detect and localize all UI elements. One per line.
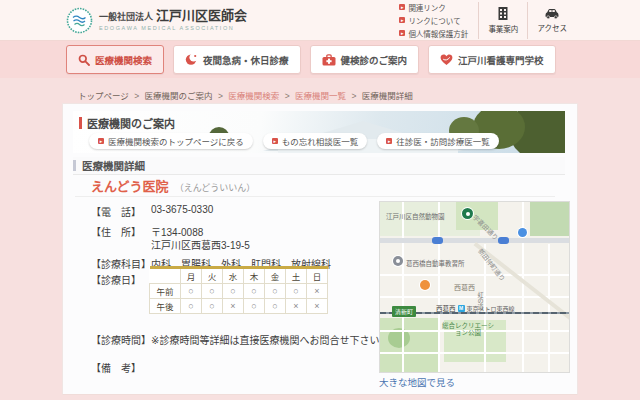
privacy-policy-link[interactable]: ▸ 個人情報保護方針 <box>399 28 468 39</box>
map-label-seishincho: 清新町 <box>392 306 416 317</box>
banner-title: 医療機関のご案内 <box>79 115 175 131</box>
medical-association-logo-icon <box>66 7 93 34</box>
arrow-bullet-icon: ▸ <box>399 17 405 23</box>
arrow-bullet-icon: ▸ <box>272 138 278 144</box>
arrow-bullet-icon: ▸ <box>399 30 405 36</box>
breadcrumb-search[interactable]: 医療機関検索 <box>228 91 279 101</box>
business-guide-link[interactable]: 事業案内 <box>478 2 527 39</box>
arrow-bullet-icon: ▸ <box>98 138 104 144</box>
search-icon <box>78 54 90 66</box>
org-name-en: EDOGAWA MEDICAL ASSOCIATION <box>99 25 247 31</box>
page: 一般社団法人江戸川区医師会 EDOGAWA MEDICAL ASSOCIATIO… <box>0 0 640 400</box>
map-label-recreation-park: 総合レクリエーション公園 <box>442 322 494 336</box>
breadcrumb-guide[interactable]: 医療機関のご案内 <box>145 91 213 101</box>
back-to-search-top-link[interactable]: ▸ 医療機関検索のトップページに戻る <box>89 133 253 149</box>
site-logo[interactable]: 一般社団法人江戸川区医師会 EDOGAWA MEDICAL ASSOCIATIO… <box>66 7 247 34</box>
address-value: 江戸川区西葛西3-19-5 <box>151 237 250 252</box>
heart-icon <box>440 54 453 66</box>
memory-consult-doctors-link[interactable]: ▸ もの忘れ相談医一覧 <box>263 133 368 149</box>
nav-nursing-school[interactable]: 江戸川看護専門学校 <box>428 45 556 74</box>
route-shield-icon <box>498 237 509 244</box>
blue-poi-icon[interactable] <box>518 228 527 237</box>
schedule-row-morning: 午前 ○ ○ ○ ○ ○ ○ × <box>150 284 328 299</box>
hours-note: ※診療時間等詳細は直接医療機関へお問合せ下さい。 <box>151 332 389 347</box>
map-label-rail-line: 東京メトロ東西線 <box>467 304 515 313</box>
schedule-table: 月 火 水 木 金 土 日 午前 ○ ○ ○ ○ ○ ○ × 午後 ○ <box>149 266 328 314</box>
map-station-row: 西葛西 M 東京メトロ東西線 <box>436 303 515 313</box>
arrow-bullet-icon: ▸ <box>386 138 392 144</box>
about-links[interactable]: ▸ リンクについて <box>399 15 468 26</box>
clinic-name-kana: （えんどういいん） <box>175 183 256 193</box>
tokyo-metro-icon: M <box>458 305 465 312</box>
phone-value: 03-3675-0330 <box>151 204 213 215</box>
schedule-row-afternoon: 午後 ○ ○ × ○ ○ × × <box>150 299 328 314</box>
notes-label: 【備 考】 <box>91 360 141 375</box>
arrow-bullet-icon: ▸ <box>399 4 405 10</box>
route-shield-icon <box>432 237 443 244</box>
first-aid-bag-icon <box>322 54 336 66</box>
map-label-station: 西葛西 <box>436 303 456 313</box>
org-name: 一般社団法人江戸川区医師会 <box>99 9 247 24</box>
map-label-driving-school: 葛西橋自動車教習所 <box>406 258 465 268</box>
view-larger-map-link[interactable]: 大きな地図で見る <box>379 375 455 389</box>
moon-icon <box>185 53 198 66</box>
driving-school-icon[interactable] <box>393 256 403 266</box>
map-label-zoo: 江戸川区自然動物園 <box>386 211 445 221</box>
breadcrumb-top[interactable]: トップページ <box>78 91 129 101</box>
related-links[interactable]: ▸ 関連リンク <box>399 2 468 13</box>
nav-night-emergency[interactable]: 夜間急病・休日診療 <box>173 45 301 74</box>
section-banner: 医療機関のご案内 ▸ 医療機関検索のトップページに戻る ▸ もの忘れ相談医一覧 … <box>73 111 565 153</box>
access-link[interactable]: アクセス <box>527 2 576 39</box>
breadcrumb-current: 医療機関詳細 <box>362 91 413 101</box>
departments-label: 【診療科目】 <box>91 256 151 271</box>
hours-label: 【診療時間】 <box>91 332 151 347</box>
address-label: 【住 所】 <box>91 224 141 239</box>
main-nav: 医療機関検索 夜間急病・休日診療 健検診のご案内 江戸川看 <box>0 41 640 78</box>
breadcrumb: トップページ > 医療機関のご案内 > 医療機関検索 > 医療機関一覧 > 医療… <box>78 89 413 101</box>
building-icon <box>496 6 510 21</box>
home-visit-doctors-link[interactable]: ▸ 往診医・訪問診療医一覧 <box>377 133 499 149</box>
nav-medical-search[interactable]: 医療機関検索 <box>66 45 164 74</box>
car-icon <box>544 7 560 20</box>
section-title: 医療機関詳細 <box>73 157 565 175</box>
map-label-town: 西葛西 <box>454 282 475 292</box>
site-header: 一般社団法人江戸川区医師会 EDOGAWA MEDICAL ASSOCIATIO… <box>0 0 640 41</box>
location-map[interactable]: 江戸川区自然動物園 宇喜田通り 新田仲町通り 葛西橋自動車教習所 西葛西 虹の道… <box>379 201 570 373</box>
schedule-label: 【診療日】 <box>91 272 141 287</box>
phone-label: 【電 話】 <box>91 204 141 219</box>
clinic-name: えんどう医院（えんどういいん） <box>91 176 255 195</box>
content-panel: 医療機関のご案内 ▸ 医療機関検索のトップページに戻る ▸ もの忘れ相談医一覧 … <box>62 103 578 395</box>
nav-health-checkup[interactable]: 健検診のご案内 <box>310 45 420 74</box>
breadcrumb-list[interactable]: 医療機関一覧 <box>295 91 346 101</box>
restaurant-poi-icon[interactable] <box>420 280 430 290</box>
header-utility: ▸ 関連リンク ▸ リンクについて ▸ 個人情報保護方針 <box>399 2 576 39</box>
